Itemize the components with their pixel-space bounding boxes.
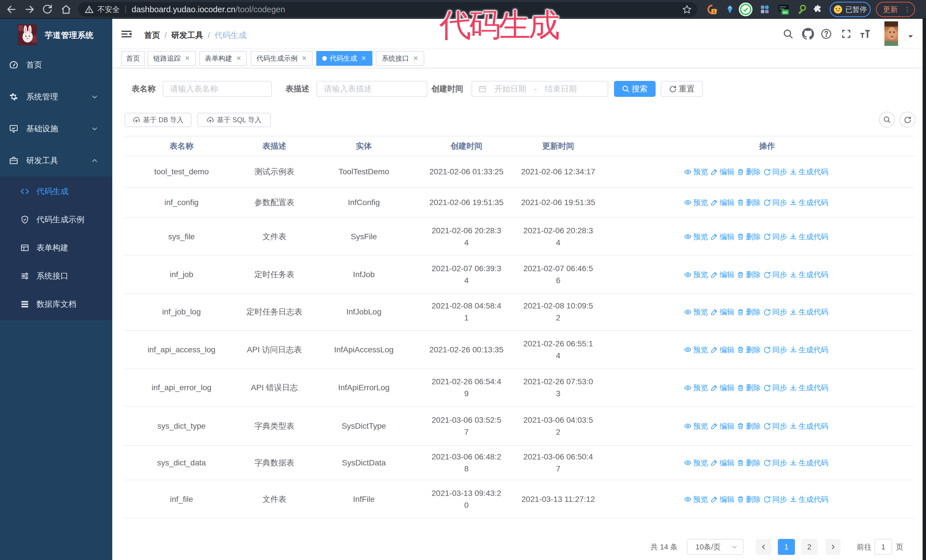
svg-text:on: on bbox=[783, 10, 788, 15]
svg-text:1: 1 bbox=[713, 9, 715, 14]
